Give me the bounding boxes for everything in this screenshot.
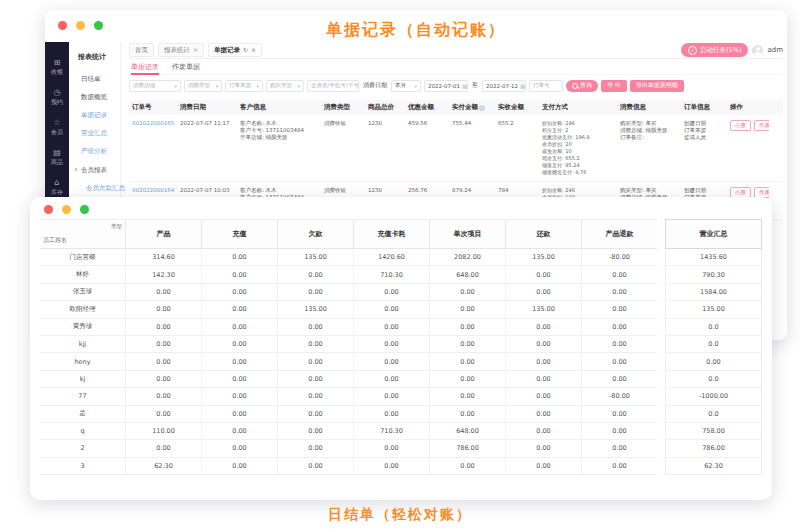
sidebar-item[interactable]: 单据记录 (69, 106, 120, 124)
value-cell: 0.00 (353, 440, 429, 457)
value-cell: 2082.00 (429, 249, 505, 266)
order-no-input[interactable]: 订单号 (529, 80, 563, 92)
value-cell: 110.00 (125, 423, 201, 440)
value-cell: 0.00 (505, 319, 581, 336)
traffic-lights (44, 205, 89, 214)
void-button[interactable]: 作废 (754, 120, 769, 131)
date-from-input[interactable]: 2022-07-01 ▦ (424, 80, 468, 92)
date-filter-label: 消费日期 (363, 81, 387, 90)
value-cell: 0.00 (353, 406, 429, 423)
daily-settlement-window: 类型 员工姓名 产品充值欠款充值卡耗单次项目还款产品退款营业汇总 门店营额314… (30, 197, 772, 500)
sidebar-item[interactable]: 营业汇总 (69, 125, 120, 143)
search-button[interactable]: 查询 (566, 80, 598, 92)
date-preset-select[interactable]: 本月 ▾ (391, 80, 421, 92)
value-cell: 0.0 (665, 406, 762, 423)
tabbar-right: ✓ 启动任务(5%) adm (681, 43, 783, 57)
value-cell: 135.00 (665, 301, 762, 318)
window-titlebar (30, 197, 772, 219)
table-row: 张玉珍0.000.000.000.000.000.000.001584.00 (40, 284, 762, 301)
value-cell: 135.00 (277, 301, 353, 318)
column-gap (657, 423, 665, 440)
payment-method-line: 积分支付: 2 (542, 127, 614, 134)
column-gap (657, 319, 665, 336)
value-cell: 0.00 (429, 406, 505, 423)
rail-item-库存[interactable]: ⌂库存 (51, 178, 63, 195)
payment-method-line: 折扣金额: 246 (542, 187, 614, 194)
consume-info-line: 消费店铺: 纳颜美肤 (620, 127, 678, 134)
rail-item-会员[interactable]: ☆会员 (51, 118, 63, 135)
buy-type-select[interactable]: 购买类型 ▾ (266, 80, 304, 92)
minimize-window-icon[interactable] (62, 205, 71, 214)
rail-item-商品[interactable]: ▤商品 (51, 148, 63, 165)
employee-name: 门店营额 (40, 249, 125, 266)
subtab-voided-orders[interactable]: 作废单据 (172, 59, 200, 74)
column-gap (657, 406, 665, 423)
tab-report-label: 报表统计 (164, 46, 190, 55)
payment-method-line: 会员折扣: 20 (542, 141, 614, 148)
username[interactable]: adm (767, 46, 783, 54)
value-cell: 0.00 (277, 319, 353, 336)
sidebar-item[interactable]: ∧会员报表 (69, 161, 120, 179)
value-cell: 0.00 (505, 440, 581, 457)
refresh-icon[interactable]: ↻ (243, 47, 248, 53)
tab-home[interactable]: 首页 (129, 43, 154, 57)
sidebar-item[interactable]: 会员欠款汇总 (69, 179, 120, 197)
subtab-order-records[interactable]: 单据记录 (131, 59, 159, 74)
table-row: 林婷142.300.000.00710.30648.000.000.00790.… (40, 266, 762, 283)
sidebar-item[interactable]: 数据概览 (69, 88, 120, 106)
column-header: 产品退款 (581, 219, 657, 249)
employee-name: q (40, 423, 125, 440)
shop-select[interactable]: 消费店铺 ▾ (129, 80, 181, 92)
date-to-input[interactable]: 2022-07-12 ▦ (482, 80, 526, 92)
product-total: 1230 (365, 120, 405, 176)
value-cell: 135.00 (277, 249, 353, 266)
value-cell: 0.00 (505, 336, 581, 353)
value-cell: 0.00 (277, 266, 353, 283)
member-search-input[interactable]: 会员名/手机号/卡号 (307, 80, 359, 92)
task-progress-button[interactable]: ✓ 启动任务(5%) (681, 43, 748, 57)
rail-item-预约[interactable]: ◷预约 (51, 88, 63, 105)
export-button[interactable]: 导 出 (601, 80, 627, 92)
value-cell: 0.00 (505, 388, 581, 405)
value-cell: 0.00 (429, 458, 505, 475)
maximize-window-icon[interactable] (80, 205, 89, 214)
value-cell: 0.00 (201, 458, 277, 475)
order-number-link[interactable]: X02022000165 (129, 120, 177, 176)
close-icon[interactable]: × (251, 47, 256, 53)
table-row: 770.000.000.000.000.000.00-80.00-1000.00 (40, 388, 762, 405)
close-window-icon[interactable] (44, 205, 53, 214)
tab-order-records[interactable]: 单据记录 ↻ × (208, 43, 262, 57)
value-cell: 0.0 (665, 319, 762, 336)
sidebar-item[interactable]: 日结单 (69, 70, 120, 88)
value-cell: 1420.60 (353, 249, 429, 266)
rail-item-收银[interactable]: ⊞收银 (51, 58, 63, 75)
help-icon: ? (479, 105, 485, 111)
value-cell: 0.00 (353, 458, 429, 475)
value-cell: 0.00 (581, 284, 657, 301)
chevron-down-icon: ▾ (297, 83, 300, 89)
order-source-select[interactable]: 订单来源 ▾ (225, 80, 263, 92)
column-gap (657, 219, 665, 249)
value-cell: 0.00 (429, 336, 505, 353)
avatar[interactable] (752, 45, 763, 56)
buy-type-placeholder: 购买类型 (270, 82, 292, 89)
sidebar-item[interactable]: 产值分析 (69, 143, 120, 161)
value-cell: 0.00 (429, 319, 505, 336)
close-icon[interactable]: × (193, 47, 198, 53)
consume-type-select[interactable]: 消费类型 ▾ (184, 80, 222, 92)
value-cell: 0.00 (201, 301, 277, 318)
window-titlebar: 单据记录（自动记账） (45, 10, 787, 42)
tab-report-stats[interactable]: 报表统计 × (158, 43, 204, 57)
settlement-table: 类型 员工姓名 产品充值欠款充值卡耗单次项目还款产品退款营业汇总 门店营额314… (40, 219, 762, 475)
value-cell: 0.00 (353, 301, 429, 318)
value-cell: 0.00 (201, 249, 277, 266)
column-gap (657, 371, 665, 388)
rail-item-label: 预约 (51, 98, 63, 105)
receipt-button[interactable]: 小票 (730, 120, 751, 131)
value-cell: 135.00 (505, 301, 581, 318)
column-header: 营业汇总 (665, 219, 762, 249)
member-search-placeholder: 会员名/手机号/卡号 (311, 82, 359, 89)
column-header: 订单信息 (681, 103, 727, 112)
rail-item-label: 库存 (51, 188, 63, 195)
export-detail-button[interactable]: 导出单据及明细 (630, 80, 684, 92)
